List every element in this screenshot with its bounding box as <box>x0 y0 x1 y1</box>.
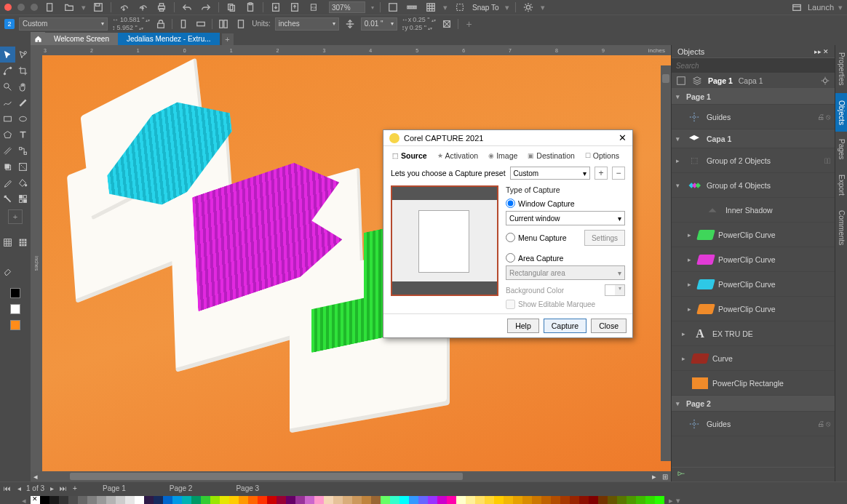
tab-add-button[interactable]: + <box>222 33 234 45</box>
obj-item-curve[interactable]: ▸Curve <box>672 346 835 371</box>
color-swatch[interactable] <box>40 496 49 505</box>
page-first-icon[interactable]: ⏮ <box>3 484 12 492</box>
radio-window[interactable] <box>506 199 515 208</box>
palette-prev-icon[interactable]: ◂ <box>22 496 26 505</box>
dialog-titlebar[interactable]: Corel CAPTURE 2021 ✕ <box>383 130 632 146</box>
side-tab-comments[interactable]: Comments <box>835 203 847 252</box>
color-swatch[interactable] <box>295 496 305 505</box>
color-swatch[interactable] <box>106 496 116 505</box>
page-height[interactable]: 5.952 " <box>117 24 138 31</box>
color-swatch[interactable] <box>371 496 381 505</box>
obj-item-guides[interactable]: Guides🖨 ⦸ <box>672 105 835 129</box>
color-swatch[interactable] <box>598 496 608 505</box>
pick-tool-icon[interactable] <box>0 47 15 63</box>
color-swatch[interactable] <box>655 496 664 505</box>
color-swatch[interactable] <box>466 496 475 505</box>
panel-collapse-icon[interactable]: ▸▸ ✕ <box>814 48 830 55</box>
color-swatch[interactable] <box>617 496 627 505</box>
dialog-close-icon[interactable]: ✕ <box>619 132 627 143</box>
crop-tool-icon[interactable] <box>15 63 31 79</box>
page-tab-3[interactable]: Page 3 <box>215 484 279 492</box>
side-tab-pages[interactable]: Pages <box>835 132 847 167</box>
color-swatch[interactable] <box>286 496 295 505</box>
color-swatch[interactable] <box>135 496 144 505</box>
color-swatch[interactable] <box>589 496 598 505</box>
color-swatch[interactable] <box>418 496 428 505</box>
color-swatch[interactable] <box>456 496 466 505</box>
color-swatch[interactable] <box>560 496 570 505</box>
rectangle-tool-icon[interactable] <box>0 111 15 127</box>
color-swatch[interactable] <box>68 496 78 505</box>
save-icon[interactable] <box>92 1 105 13</box>
dlg-tab-source[interactable]: ⬚Source <box>388 149 432 162</box>
redo-icon[interactable] <box>199 1 212 13</box>
current-page-icon[interactable] <box>234 18 247 30</box>
color-swatch[interactable] <box>343 496 352 505</box>
page-preset-combo[interactable]: Custom <box>19 17 108 31</box>
color-swatch[interactable] <box>399 496 409 505</box>
landscape-icon[interactable] <box>194 18 207 30</box>
color-swatch[interactable] <box>277 496 286 505</box>
color-swatch[interactable] <box>522 496 532 505</box>
radio-area[interactable] <box>506 253 515 263</box>
smart-fill-icon[interactable] <box>15 191 31 207</box>
color-swatch[interactable] <box>49 496 59 505</box>
color-swatch[interactable] <box>258 496 267 505</box>
print-icon[interactable] <box>155 1 168 13</box>
obj-item-page[interactable]: ▾Page 1 <box>672 89 835 105</box>
nudge-input[interactable]: 0.01 " <box>361 17 397 31</box>
obj-item-page[interactable]: ▾Page 2 <box>672 396 835 412</box>
obj-item-pc[interactable]: ▸PowerClip Curve <box>672 247 835 272</box>
no-color-swatch[interactable] <box>31 496 40 505</box>
preset-add-button[interactable]: + <box>595 167 608 180</box>
window-min-dot[interactable] <box>17 4 25 11</box>
copy-icon[interactable] <box>225 1 238 13</box>
side-tab-objects[interactable]: Objects <box>835 93 847 132</box>
color-swatch[interactable] <box>191 496 201 505</box>
color-swatch[interactable] <box>125 496 135 505</box>
cloud-up-icon[interactable] <box>136 1 149 13</box>
side-tab-properties[interactable]: Properties <box>835 45 847 93</box>
toolbox-customize[interactable]: + <box>8 209 23 224</box>
help-button[interactable]: Help <box>507 319 539 333</box>
obj-item-layer[interactable]: ▾Capa 1 <box>672 129 835 148</box>
color-swatch[interactable] <box>485 496 494 505</box>
color-swatch[interactable] <box>154 496 163 505</box>
color-swatch[interactable] <box>314 496 324 505</box>
color-swatch[interactable] <box>324 496 333 505</box>
color-swatch[interactable] <box>172 496 182 505</box>
color-swatch[interactable] <box>532 496 541 505</box>
color-swatch[interactable] <box>333 496 343 505</box>
dlg-tab-options[interactable]: ☐Options <box>581 149 624 162</box>
obj-item-group[interactable]: ▸⬚Group of 2 Objects👁̸ <box>672 148 835 173</box>
color-swatch[interactable] <box>390 496 399 505</box>
freehand-pick-icon[interactable] <box>15 47 31 63</box>
dup-y[interactable]: 0.25 " <box>410 24 426 31</box>
dlg-tab-activation[interactable]: ★Activation <box>433 149 483 162</box>
color-swatch[interactable] <box>78 496 87 505</box>
horizontal-scrollbar[interactable]: ◂ ▸ ⊞ <box>31 471 671 481</box>
pan-tool-icon[interactable] <box>15 79 31 95</box>
color-swatch[interactable] <box>97 496 106 505</box>
side-tab-export[interactable]: Export <box>835 167 847 203</box>
export-icon[interactable] <box>288 1 301 13</box>
paste-icon[interactable] <box>244 1 257 13</box>
fullscreen-icon[interactable] <box>386 1 399 13</box>
preset-remove-button[interactable]: − <box>612 167 625 180</box>
undo-icon[interactable] <box>180 1 194 13</box>
obj-item-pc[interactable]: ▸PowerClip Curve <box>672 297 835 321</box>
page-add-icon[interactable]: + <box>71 484 79 492</box>
color-swatch[interactable] <box>513 496 522 505</box>
eyedropper-tool-icon[interactable] <box>0 175 15 191</box>
launch-label[interactable]: Launch <box>808 3 834 12</box>
color-swatch[interactable] <box>541 496 551 505</box>
obj-item-pcrect[interactable]: PowerClip Rectangle <box>672 371 835 396</box>
page-prev-icon[interactable]: ◂ <box>15 484 23 492</box>
color-swatch[interactable] <box>220 496 229 505</box>
active-layer-label[interactable]: Capa 1 <box>739 76 763 85</box>
portrait-icon[interactable] <box>177 18 190 30</box>
color-swatch[interactable] <box>305 496 314 505</box>
color-swatch[interactable] <box>163 496 172 505</box>
color-swatch[interactable] <box>504 496 513 505</box>
zoom-input[interactable] <box>329 1 365 13</box>
